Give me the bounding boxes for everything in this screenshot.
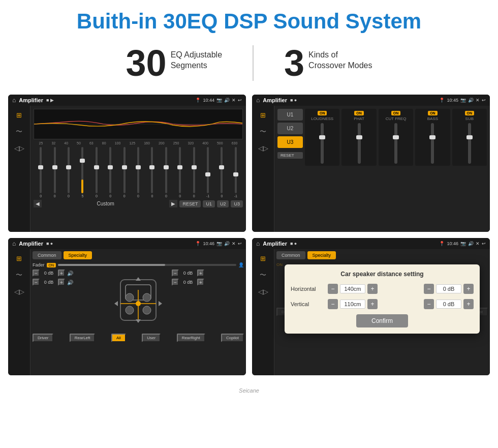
fader-slider[interactable]: [58, 264, 236, 266]
eq-icon-1[interactable]: ⊞: [15, 110, 23, 121]
copilot-btn[interactable]: Copilot: [221, 334, 244, 342]
horiz-db-minus[interactable]: −: [424, 284, 434, 294]
plus-btn-1[interactable]: +: [58, 270, 65, 277]
slider-col[interactable]: 0: [215, 147, 228, 198]
slider-col[interactable]: 0: [188, 147, 200, 198]
volume-icon-3: 🔊: [224, 241, 230, 246]
prev-btn[interactable]: ◀: [34, 200, 42, 207]
reset-crossover-btn[interactable]: RESET: [277, 152, 303, 159]
slider-col[interactable]: -1: [202, 147, 214, 198]
all-btn[interactable]: All: [111, 334, 126, 342]
vert-db-plus[interactable]: +: [463, 299, 474, 309]
slider-col[interactable]: 0: [132, 147, 144, 198]
back-icon-3[interactable]: ↩: [238, 241, 242, 246]
specialty-tab[interactable]: Specialty: [64, 251, 92, 259]
bass-on[interactable]: ON: [428, 111, 438, 115]
u3-btn[interactable]: U3: [231, 200, 243, 207]
crossover-stat: 3 Kinds ofCrossover Modes: [254, 45, 402, 81]
slider-col[interactable]: 0: [174, 147, 186, 198]
home-icon-2[interactable]: ⌂: [256, 97, 260, 104]
svg-point-4: [143, 293, 151, 302]
phat-slider[interactable]: [358, 123, 361, 164]
u3-crossover-btn[interactable]: U3: [277, 136, 303, 148]
u2-btn[interactable]: U2: [217, 200, 229, 207]
app-title-1: Amplifier: [19, 97, 43, 103]
home-icon-1[interactable]: ⌂: [12, 97, 16, 104]
bass-title: BASS: [427, 116, 438, 121]
home-icon-3[interactable]: ⌂: [12, 240, 16, 247]
plus-btn-4[interactable]: +: [197, 279, 204, 286]
slider-col[interactable]: 0: [90, 147, 103, 198]
vol-icon-1[interactable]: ◁▷: [13, 143, 26, 154]
slider-col[interactable]: 0: [35, 147, 47, 198]
screen1-content: ⊞ 〜 ◁▷ 2532405063: [8, 106, 246, 232]
horiz-plus-btn[interactable]: +: [367, 284, 378, 294]
wave-icon-3[interactable]: 〜: [14, 269, 24, 281]
sub-on[interactable]: ON: [465, 111, 475, 115]
horizontal-value: 140cm: [340, 284, 365, 293]
cutfreq-on[interactable]: ON: [391, 111, 401, 115]
minus-btn-2[interactable]: −: [33, 279, 40, 286]
slider-col[interactable]: 0: [118, 147, 130, 198]
vert-minus-btn[interactable]: −: [328, 299, 338, 309]
slider-col[interactable]: 5: [76, 147, 88, 198]
u1-btn[interactable]: U1: [203, 200, 215, 207]
slider-col[interactable]: 0: [48, 147, 60, 198]
sub-slider[interactable]: [468, 123, 471, 164]
home-icon-4[interactable]: ⌂: [256, 240, 260, 247]
slider-col[interactable]: 0: [160, 147, 172, 198]
vert-plus-btn[interactable]: +: [367, 299, 378, 309]
eq-icon-4[interactable]: ⊞: [259, 253, 267, 264]
driver-btn[interactable]: Driver: [33, 334, 53, 342]
horiz-minus-btn[interactable]: −: [328, 284, 338, 294]
common-tab[interactable]: Common: [33, 251, 61, 259]
status-bar-1: ⌂ Amplifier ■ ▶ 📍 10:44 📷 🔊 ✕ ↩: [8, 95, 246, 106]
plus-btn-2[interactable]: +: [58, 279, 65, 286]
back-icon-4[interactable]: ↩: [482, 241, 486, 246]
slider-col[interactable]: -1: [230, 147, 242, 198]
next-btn[interactable]: ▶: [169, 200, 177, 207]
vol-icon-2[interactable]: ◁▷: [257, 143, 270, 154]
screen3: ⌂ Amplifier ■ ● 📍 10:46 📷 🔊 ✕ ↩ ⊞ 〜 ◁: [8, 238, 246, 375]
db-control-4: − 0 dB +: [172, 279, 244, 286]
x-icon-1: ✕: [232, 98, 236, 103]
common-tab-4[interactable]: Common: [276, 251, 305, 259]
plus-btn-3[interactable]: +: [197, 270, 204, 277]
user-btn[interactable]: User: [142, 334, 161, 342]
bass-slider[interactable]: [431, 123, 434, 164]
slider-col[interactable]: 0: [146, 147, 158, 198]
specialty-tab-4[interactable]: Specialty: [307, 251, 336, 259]
left-controls: − 0 dB + 🔊 − 0 dB + 🔊: [33, 270, 105, 331]
loudness-on[interactable]: ON: [318, 111, 327, 115]
horiz-db-plus[interactable]: +: [463, 284, 474, 294]
db-control-3: − 0 dB +: [172, 270, 244, 277]
loudness-slider[interactable]: [321, 123, 324, 164]
minus-btn-3[interactable]: −: [172, 270, 179, 277]
confirm-button[interactable]: Confirm: [356, 314, 408, 327]
wave-icon-2[interactable]: 〜: [258, 126, 268, 138]
phat-on[interactable]: ON: [354, 111, 364, 115]
wave-icon-4[interactable]: 〜: [258, 269, 268, 281]
minus-btn-4[interactable]: −: [172, 279, 179, 286]
rearleft-btn[interactable]: RearLeft: [70, 334, 96, 342]
vert-db-minus[interactable]: −: [424, 299, 434, 309]
status-icons-3: ■ ●: [46, 241, 53, 246]
back-icon-2[interactable]: ↩: [482, 98, 486, 103]
u2-crossover-btn[interactable]: U2: [277, 123, 303, 134]
reset-btn-1[interactable]: RESET: [179, 200, 201, 207]
svg-marker-12: [114, 301, 118, 306]
vol-icon-3[interactable]: ◁▷: [13, 286, 26, 297]
screen4-content: ⊞ 〜 ◁▷ Common Specialty ON: [252, 249, 490, 375]
slider-col[interactable]: 0: [104, 147, 116, 198]
minus-btn-1[interactable]: −: [33, 270, 40, 277]
back-icon-1[interactable]: ↩: [238, 98, 242, 103]
rearright-btn[interactable]: RearRight: [177, 334, 205, 342]
fader-on[interactable]: ON: [47, 263, 56, 267]
cutfreq-slider[interactable]: [394, 123, 397, 164]
wave-icon-1[interactable]: 〜: [14, 126, 24, 138]
vol-icon-4[interactable]: ◁▷: [257, 286, 270, 297]
u1-crossover-btn[interactable]: U1: [277, 109, 303, 121]
eq-icon-3[interactable]: ⊞: [15, 253, 23, 264]
slider-col[interactable]: 0: [63, 147, 75, 198]
eq-icon-2[interactable]: ⊞: [259, 110, 267, 121]
